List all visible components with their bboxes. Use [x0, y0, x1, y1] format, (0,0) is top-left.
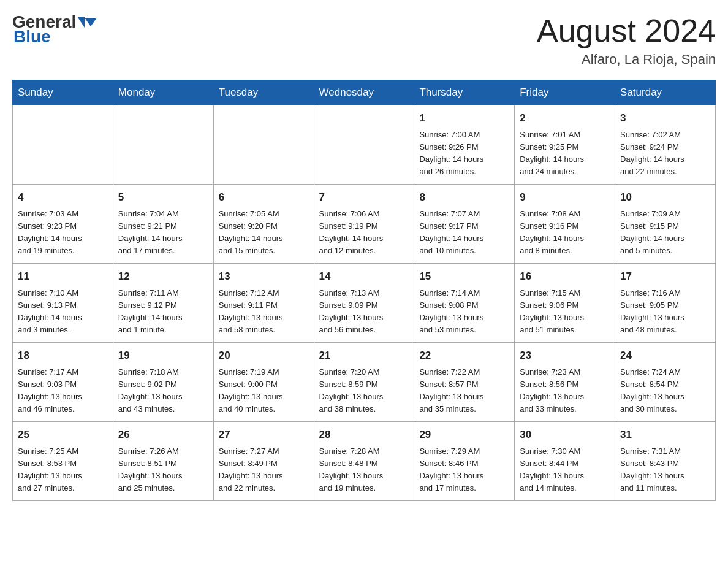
- day-number: 20: [219, 348, 309, 364]
- day-info: Sunrise: 7:01 AMSunset: 9:25 PMDaylight:…: [520, 129, 610, 178]
- day-number: 4: [18, 190, 108, 205]
- day-number: 11: [18, 269, 108, 285]
- weekday-header-sunday: Sunday: [13, 80, 113, 105]
- day-number: 28: [319, 427, 409, 443]
- day-info: Sunrise: 7:02 AMSunset: 9:24 PMDaylight:…: [620, 129, 710, 178]
- day-number: 27: [219, 427, 309, 443]
- day-info: Sunrise: 7:10 AMSunset: 9:13 PMDaylight:…: [18, 287, 108, 337]
- location-title: Alfaro, La Rioja, Spain: [537, 52, 716, 67]
- calendar-cell: 18Sunrise: 7:17 AMSunset: 9:03 PMDayligh…: [13, 343, 113, 422]
- calendar-cell: [213, 105, 314, 185]
- day-number: 15: [419, 269, 509, 285]
- day-number: 6: [219, 190, 309, 205]
- day-number: 21: [319, 348, 409, 364]
- calendar-cell: 23Sunrise: 7:23 AMSunset: 8:56 PMDayligh…: [515, 343, 615, 422]
- day-number: 7: [319, 190, 409, 205]
- weekday-header-friday: Friday: [515, 80, 615, 105]
- day-info: Sunrise: 7:04 AMSunset: 9:21 PMDaylight:…: [118, 208, 208, 258]
- logo: General Blue: [12, 12, 97, 47]
- calendar-cell: 24Sunrise: 7:24 AMSunset: 8:54 PMDayligh…: [615, 343, 716, 422]
- calendar-cell: 10Sunrise: 7:09 AMSunset: 9:15 PMDayligh…: [615, 185, 716, 264]
- month-title: August 2024: [537, 12, 716, 49]
- calendar-cell: 13Sunrise: 7:12 AMSunset: 9:11 PMDayligh…: [213, 264, 314, 343]
- weekday-header-thursday: Thursday: [414, 80, 515, 105]
- weekday-header-tuesday: Tuesday: [213, 80, 314, 105]
- day-number: 19: [118, 348, 208, 364]
- calendar-week-4: 18Sunrise: 7:17 AMSunset: 9:03 PMDayligh…: [13, 343, 716, 422]
- weekday-header-saturday: Saturday: [615, 80, 716, 105]
- calendar-week-3: 11Sunrise: 7:10 AMSunset: 9:13 PMDayligh…: [13, 264, 716, 343]
- day-number: 26: [118, 427, 208, 443]
- calendar-cell: 26Sunrise: 7:26 AMSunset: 8:51 PMDayligh…: [113, 422, 213, 501]
- day-info: Sunrise: 7:20 AMSunset: 8:59 PMDaylight:…: [319, 366, 409, 416]
- day-number: 9: [520, 190, 610, 205]
- calendar-cell: 22Sunrise: 7:22 AMSunset: 8:57 PMDayligh…: [414, 343, 515, 422]
- day-number: 25: [18, 427, 108, 443]
- calendar-cell: 11Sunrise: 7:10 AMSunset: 9:13 PMDayligh…: [13, 264, 113, 343]
- calendar-week-1: 1Sunrise: 7:00 AMSunset: 9:26 PMDaylight…: [13, 105, 716, 185]
- weekday-header-monday: Monday: [113, 80, 213, 105]
- calendar-cell: [13, 105, 113, 185]
- calendar-week-2: 4Sunrise: 7:03 AMSunset: 9:23 PMDaylight…: [13, 185, 716, 264]
- day-number: 30: [520, 427, 610, 443]
- logo-arrow-icon: [77, 17, 85, 28]
- day-info: Sunrise: 7:27 AMSunset: 8:49 PMDaylight:…: [219, 445, 309, 495]
- calendar-cell: 28Sunrise: 7:28 AMSunset: 8:48 PMDayligh…: [314, 422, 414, 501]
- calendar-cell: 30Sunrise: 7:30 AMSunset: 8:44 PMDayligh…: [515, 422, 615, 501]
- title-block: August 2024 Alfaro, La Rioja, Spain: [537, 12, 716, 67]
- calendar-cell: 19Sunrise: 7:18 AMSunset: 9:02 PMDayligh…: [113, 343, 213, 422]
- calendar-cell: 5Sunrise: 7:04 AMSunset: 9:21 PMDaylight…: [113, 185, 213, 264]
- day-info: Sunrise: 7:08 AMSunset: 9:16 PMDaylight:…: [520, 208, 610, 258]
- day-number: 14: [319, 269, 409, 285]
- day-number: 22: [419, 348, 509, 364]
- calendar-cell: 31Sunrise: 7:31 AMSunset: 8:43 PMDayligh…: [615, 422, 716, 501]
- page-header: General Blue August 2024 Alfaro, La Rioj…: [12, 12, 716, 67]
- day-info: Sunrise: 7:06 AMSunset: 9:19 PMDaylight:…: [319, 208, 409, 258]
- day-info: Sunrise: 7:09 AMSunset: 9:15 PMDaylight:…: [620, 208, 710, 258]
- calendar-cell: 20Sunrise: 7:19 AMSunset: 9:00 PMDayligh…: [213, 343, 314, 422]
- day-info: Sunrise: 7:13 AMSunset: 9:09 PMDaylight:…: [319, 287, 409, 337]
- day-number: 3: [620, 110, 710, 126]
- calendar-cell: [113, 105, 213, 185]
- day-number: 31: [620, 427, 710, 443]
- calendar-cell: 17Sunrise: 7:16 AMSunset: 9:05 PMDayligh…: [615, 264, 716, 343]
- day-info: Sunrise: 7:19 AMSunset: 9:00 PMDaylight:…: [219, 366, 309, 416]
- calendar-cell: 1Sunrise: 7:00 AMSunset: 9:26 PMDaylight…: [414, 105, 515, 185]
- day-info: Sunrise: 7:00 AMSunset: 9:26 PMDaylight:…: [419, 129, 509, 178]
- day-info: Sunrise: 7:24 AMSunset: 8:54 PMDaylight:…: [620, 366, 710, 416]
- calendar-cell: 15Sunrise: 7:14 AMSunset: 9:08 PMDayligh…: [414, 264, 515, 343]
- day-info: Sunrise: 7:30 AMSunset: 8:44 PMDaylight:…: [520, 445, 610, 495]
- day-number: 1: [419, 110, 509, 126]
- calendar-cell: 6Sunrise: 7:05 AMSunset: 9:20 PMDaylight…: [213, 185, 314, 264]
- day-info: Sunrise: 7:05 AMSunset: 9:20 PMDaylight:…: [219, 208, 309, 258]
- calendar-cell: 9Sunrise: 7:08 AMSunset: 9:16 PMDaylight…: [515, 185, 615, 264]
- calendar-cell: 25Sunrise: 7:25 AMSunset: 8:53 PMDayligh…: [13, 422, 113, 501]
- day-info: Sunrise: 7:14 AMSunset: 9:08 PMDaylight:…: [419, 287, 509, 337]
- day-number: 23: [520, 348, 610, 364]
- day-info: Sunrise: 7:03 AMSunset: 9:23 PMDaylight:…: [18, 208, 108, 258]
- day-info: Sunrise: 7:11 AMSunset: 9:12 PMDaylight:…: [118, 287, 208, 337]
- calendar-cell: 27Sunrise: 7:27 AMSunset: 8:49 PMDayligh…: [213, 422, 314, 501]
- day-info: Sunrise: 7:29 AMSunset: 8:46 PMDaylight:…: [419, 445, 509, 495]
- day-number: 24: [620, 348, 710, 364]
- calendar-cell: 21Sunrise: 7:20 AMSunset: 8:59 PMDayligh…: [314, 343, 414, 422]
- day-info: Sunrise: 7:22 AMSunset: 8:57 PMDaylight:…: [419, 366, 509, 416]
- calendar-cell: 14Sunrise: 7:13 AMSunset: 9:09 PMDayligh…: [314, 264, 414, 343]
- day-number: 18: [18, 348, 108, 364]
- day-number: 16: [520, 269, 610, 285]
- day-info: Sunrise: 7:25 AMSunset: 8:53 PMDaylight:…: [18, 445, 108, 495]
- day-info: Sunrise: 7:12 AMSunset: 9:11 PMDaylight:…: [219, 287, 309, 337]
- day-info: Sunrise: 7:17 AMSunset: 9:03 PMDaylight:…: [18, 366, 108, 416]
- calendar-cell: 4Sunrise: 7:03 AMSunset: 9:23 PMDaylight…: [13, 185, 113, 264]
- day-info: Sunrise: 7:16 AMSunset: 9:05 PMDaylight:…: [620, 287, 710, 337]
- day-number: 2: [520, 110, 610, 126]
- calendar-cell: [314, 105, 414, 185]
- day-info: Sunrise: 7:23 AMSunset: 8:56 PMDaylight:…: [520, 366, 610, 416]
- calendar-cell: 12Sunrise: 7:11 AMSunset: 9:12 PMDayligh…: [113, 264, 213, 343]
- day-info: Sunrise: 7:26 AMSunset: 8:51 PMDaylight:…: [118, 445, 208, 495]
- day-info: Sunrise: 7:31 AMSunset: 8:43 PMDaylight:…: [620, 445, 710, 495]
- day-number: 29: [419, 427, 509, 443]
- day-number: 8: [419, 190, 509, 205]
- calendar-cell: 8Sunrise: 7:07 AMSunset: 9:17 PMDaylight…: [414, 185, 515, 264]
- calendar-cell: 29Sunrise: 7:29 AMSunset: 8:46 PMDayligh…: [414, 422, 515, 501]
